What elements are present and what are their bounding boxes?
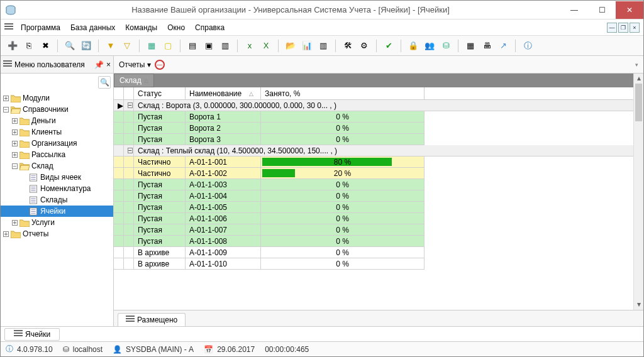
col-name[interactable]: Наименование △ (186, 87, 261, 99)
folder-icon (19, 128, 30, 136)
excel1-icon[interactable]: x (243, 39, 257, 53)
grid-body: ▶−Склад : Ворота (3, 0.000000, 300.00000… (114, 100, 643, 310)
gear-icon[interactable]: ⚙ (357, 39, 371, 53)
tree-node-Номенклатура[interactable]: Номенклатура (1, 183, 113, 194)
table-row[interactable]: ПустаяВорота 20 % (114, 123, 643, 134)
columns-icon[interactable]: ▥ (316, 39, 330, 53)
tree-node-Клиенты[interactable]: +Клиенты (1, 126, 113, 138)
sidebar: Меню пользователя 📌 × 🔍 +Модули−Справочн… (1, 56, 114, 326)
close-button[interactable]: ✕ (616, 1, 643, 19)
add-icon[interactable]: ➕ (6, 39, 19, 53)
cell-name: A-01-1-002 (186, 168, 261, 179)
table-row[interactable]: ЧастичноA-01-1-00220 % (114, 168, 643, 179)
copy-icon[interactable]: ⎘ (22, 39, 36, 53)
tree-node-Склад[interactable]: −Склад (1, 160, 113, 172)
tree-node-Ячейки[interactable]: Ячейки (1, 206, 113, 217)
tree-node-Справочники[interactable]: −Справочники (1, 104, 113, 115)
users-icon[interactable]: 👥 (423, 39, 436, 53)
delete-icon[interactable]: ✖ (38, 39, 52, 53)
col-status[interactable]: Статус (134, 87, 186, 99)
grid2-icon[interactable]: ▤ (186, 39, 199, 53)
tree-node-Склады[interactable]: Склады (1, 194, 113, 206)
cell-name: A-01-1-004 (186, 190, 261, 202)
menu-База данных[interactable]: База данных (65, 22, 120, 33)
share-icon[interactable]: ↗ (496, 39, 510, 53)
filter-clear-icon[interactable]: ▽ (120, 39, 134, 53)
chart-icon[interactable]: 📊 (300, 39, 314, 53)
tab-placed[interactable]: Размещено (118, 313, 186, 326)
menu-Окно[interactable]: Окно (162, 22, 190, 33)
maximize-button[interactable]: ☐ (588, 1, 616, 19)
collapse-icon[interactable]: ▥ (218, 39, 232, 53)
tools-icon[interactable]: 🛠 (341, 39, 355, 53)
grid1-icon[interactable]: ▦ (145, 39, 158, 53)
vertical-scrollbar[interactable]: ▴ ▾ (633, 74, 643, 310)
cell-status: Пустая (134, 224, 186, 236)
groupby-field[interactable]: Склад△ (114, 74, 154, 87)
table-row[interactable]: ПустаяA-01-1-0040 % (114, 190, 643, 202)
print-icon[interactable]: 🖶 (480, 39, 494, 53)
cell-pct: 0 % (261, 111, 425, 123)
mdi-restore-button[interactable]: ❐ (618, 23, 628, 33)
table-row[interactable]: ПустаяA-01-1-0030 % (114, 179, 643, 190)
mdi-min-button[interactable]: — (607, 23, 617, 33)
tree-label: Рассылка (31, 150, 65, 159)
cell-name: A-01-1-008 (186, 236, 261, 247)
check-icon[interactable]: ✔ (382, 39, 396, 53)
tree-node-Организация[interactable]: +Организация (1, 138, 113, 149)
tree-search-icon[interactable]: 🔍 (98, 76, 111, 89)
expand-icon[interactable]: ▣ (202, 39, 216, 53)
refresh-icon[interactable]: 🔄 (79, 39, 93, 53)
folder-icon (19, 150, 30, 159)
reports-dropdown[interactable]: Отчеты ▾ (119, 60, 151, 69)
table-row[interactable]: ПустаяA-01-1-0060 % (114, 213, 643, 224)
chevron-down-icon[interactable]: ▾ (635, 62, 638, 68)
cell-pct: 0 % (261, 247, 425, 258)
table-row[interactable]: ЧастичноA-01-1-00180 % (114, 157, 643, 168)
tree-node-Отчеты[interactable]: +Отчеты (1, 228, 113, 239)
excel2-icon[interactable]: X (259, 39, 273, 53)
menu-Программа[interactable]: Программа (16, 22, 65, 33)
table-row[interactable]: ПустаяA-01-1-0080 % (114, 236, 643, 247)
status-time: 00:00:00:465 (265, 345, 309, 354)
table-row[interactable]: ПустаяA-01-1-0070 % (114, 224, 643, 236)
import-icon[interactable]: 📂 (284, 39, 297, 53)
menu-lines-icon (3, 60, 12, 69)
folder-icon (11, 229, 21, 238)
table-row[interactable]: В архивеA-01-1-0100 % (114, 258, 643, 270)
tree-node-Виды ячеек[interactable]: Виды ячеек (1, 172, 113, 183)
group-row[interactable]: ▶−Склад : Ворота (3, 0.000000, 300.00000… (114, 100, 643, 111)
minimize-button[interactable]: — (560, 1, 588, 19)
db-icon[interactable]: ⛁ (439, 39, 453, 53)
menu-Команды[interactable]: Команды (120, 22, 162, 33)
tree-node-Услуги[interactable]: +Услуги (1, 217, 113, 228)
info-icon[interactable]: ⓘ (521, 39, 535, 53)
table-row[interactable]: ПустаяA-01-1-0050 % (114, 202, 643, 213)
grid3-icon[interactable]: ▦ (464, 39, 477, 53)
cell-pct: 0 % (261, 213, 425, 224)
table-row[interactable]: ПустаяВорота 10 % (114, 111, 643, 123)
stop-icon[interactable]: — (155, 60, 165, 70)
filter-icon[interactable]: ▼ (104, 39, 118, 53)
doc-tab-cells[interactable]: Ячейки (4, 328, 60, 341)
group-row[interactable]: −Склад : Теплый склад (10, 4.500000, 34.… (114, 145, 643, 157)
mdi-close-button[interactable]: × (630, 23, 640, 33)
pin-icon[interactable]: 📌 (94, 60, 104, 69)
cell-pct: 0 % (261, 190, 425, 202)
folder-icon (19, 116, 30, 125)
search-icon[interactable]: 🔍 (63, 39, 77, 53)
tree-node-Рассылка[interactable]: +Рассылка (1, 149, 113, 160)
col-pct[interactable]: Занято, % (261, 87, 425, 99)
tree-node-Модули[interactable]: +Модули (1, 92, 113, 104)
doc-icon (28, 173, 38, 182)
cell-pct: 0 % (261, 134, 425, 145)
tree-node-Деньги[interactable]: +Деньги (1, 115, 113, 126)
menu-Справка[interactable]: Справка (190, 22, 230, 33)
table-row[interactable]: В архивеA-01-1-0090 % (114, 247, 643, 258)
cell-name: Ворота 1 (186, 111, 261, 123)
table-row[interactable]: ПустаяВорота 30 % (114, 134, 643, 145)
sidebar-close-icon[interactable]: × (106, 60, 111, 69)
cell-status: Пустая (134, 123, 186, 134)
lock-icon[interactable]: 🔒 (406, 39, 420, 53)
note-icon[interactable]: ▢ (161, 39, 175, 53)
